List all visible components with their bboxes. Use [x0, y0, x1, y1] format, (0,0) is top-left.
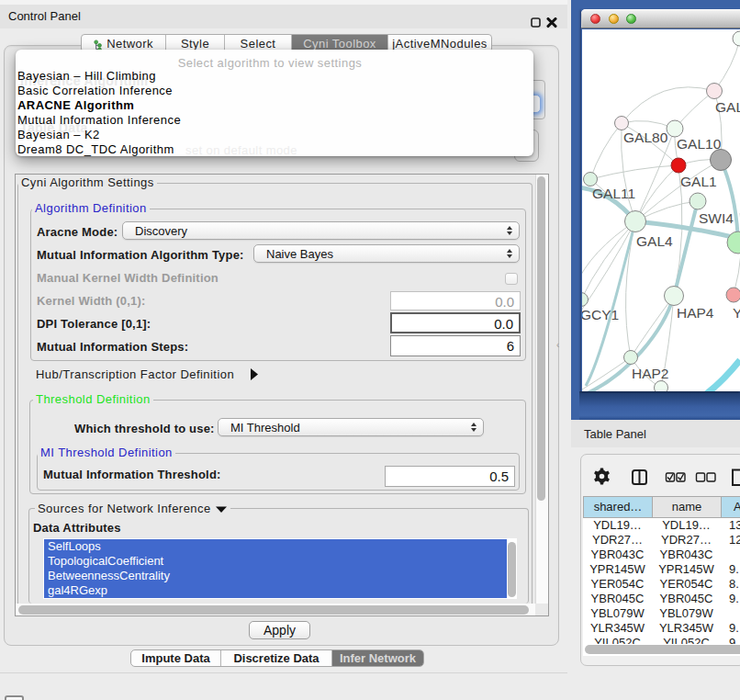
- svg-text:GAL7: GAL7: [715, 99, 740, 115]
- svg-text:GCY1: GCY1: [582, 307, 619, 322]
- svg-text:GAL10: GAL10: [677, 136, 722, 152]
- svg-text:GAL4: GAL4: [636, 233, 673, 249]
- svg-text:GAL1: GAL1: [680, 174, 717, 189]
- svg-text:GAL80: GAL80: [623, 130, 668, 145]
- svg-text:SWI4: SWI4: [699, 210, 734, 226]
- svg-text:Y: Y: [733, 305, 740, 321]
- svg-text:GAL11: GAL11: [592, 186, 635, 201]
- svg-text:HAP2: HAP2: [632, 366, 669, 381]
- svg-text:HAP4: HAP4: [677, 305, 714, 321]
